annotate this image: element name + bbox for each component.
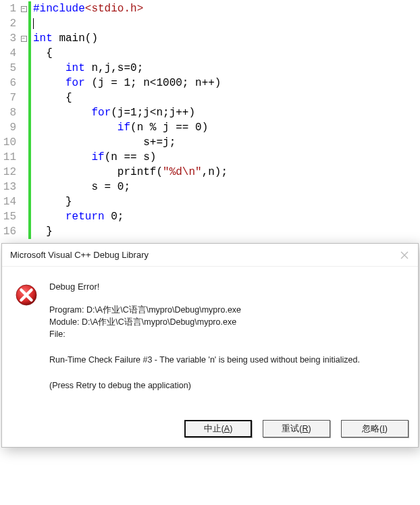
code-text[interactable]: if(n % j == 0) bbox=[32, 120, 208, 135]
code-text[interactable]: } bbox=[32, 194, 72, 209]
change-marker bbox=[28, 224, 31, 239]
code-line[interactable]: 6 for (j = 1; n<1000; n++) bbox=[0, 76, 420, 90]
line-number: 15 bbox=[0, 209, 19, 224]
code-line[interactable]: 14 } bbox=[0, 194, 420, 209]
change-marker bbox=[28, 61, 31, 76]
line-number: 1 bbox=[0, 1, 19, 16]
change-marker bbox=[28, 180, 31, 194]
fold-gutter: − bbox=[19, 36, 28, 42]
change-marker bbox=[28, 135, 31, 150]
code-line[interactable]: 1−#include<stdio.h> bbox=[0, 1, 420, 16]
line-number: 16 bbox=[0, 224, 19, 239]
line-number: 6 bbox=[0, 76, 19, 90]
code-text[interactable]: } bbox=[32, 224, 53, 239]
change-marker bbox=[28, 90, 31, 105]
code-text[interactable]: { bbox=[32, 46, 53, 61]
code-line[interactable]: 4 { bbox=[0, 46, 420, 61]
fold-collapse-icon[interactable]: − bbox=[21, 6, 27, 12]
code-line[interactable]: 2 bbox=[0, 16, 420, 31]
code-text[interactable]: s = 0; bbox=[32, 180, 130, 194]
code-editor[interactable]: 1−#include<stdio.h>23−int main()4 {5 int… bbox=[0, 0, 420, 239]
line-number: 7 bbox=[0, 90, 19, 105]
line-number: 11 bbox=[0, 150, 19, 165]
line-number: 9 bbox=[0, 120, 19, 135]
code-line[interactable]: 3−int main() bbox=[0, 31, 420, 46]
code-line[interactable]: 9 if(n % j == 0) bbox=[0, 120, 420, 135]
code-line[interactable]: 13 s = 0; bbox=[0, 180, 420, 194]
code-text[interactable]: for(j=1;j<n;j++) bbox=[32, 105, 195, 120]
line-number: 8 bbox=[0, 105, 19, 120]
code-line[interactable]: 11 if(n == s) bbox=[0, 150, 420, 165]
code-text[interactable]: s+=j; bbox=[32, 135, 176, 150]
change-marker bbox=[28, 31, 31, 46]
line-number: 13 bbox=[0, 180, 19, 194]
fold-collapse-icon[interactable]: − bbox=[21, 36, 27, 42]
code-text[interactable]: return 0; bbox=[32, 209, 124, 224]
code-text[interactable]: int main() bbox=[32, 31, 98, 46]
text-cursor bbox=[33, 18, 34, 29]
code-text[interactable] bbox=[32, 16, 34, 31]
change-marker bbox=[28, 46, 31, 61]
change-marker bbox=[28, 120, 31, 135]
code-text[interactable]: for (j = 1; n<1000; n++) bbox=[32, 76, 221, 90]
line-number: 5 bbox=[0, 61, 19, 76]
change-marker bbox=[28, 194, 31, 209]
line-number: 14 bbox=[0, 194, 19, 209]
line-number: 3 bbox=[0, 31, 19, 46]
code-line[interactable]: 5 int n,j,s=0; bbox=[0, 61, 420, 76]
line-number: 4 bbox=[0, 46, 19, 61]
line-number: 2 bbox=[0, 16, 19, 31]
code-line[interactable]: 16 } bbox=[0, 224, 420, 239]
line-number: 10 bbox=[0, 135, 19, 150]
code-text[interactable]: printf("%d\n",n); bbox=[32, 165, 228, 180]
change-marker bbox=[28, 209, 31, 224]
code-text[interactable]: int n,j,s=0; bbox=[32, 61, 143, 76]
code-line[interactable]: 15 return 0; bbox=[0, 209, 420, 224]
change-marker bbox=[28, 16, 31, 31]
fold-gutter: − bbox=[19, 6, 28, 12]
code-line[interactable]: 8 for(j=1;j<n;j++) bbox=[0, 105, 420, 120]
change-marker bbox=[28, 165, 31, 180]
change-marker bbox=[28, 105, 31, 120]
code-line[interactable]: 12 printf("%d\n",n); bbox=[0, 165, 420, 180]
line-number: 12 bbox=[0, 165, 19, 180]
change-marker bbox=[28, 76, 31, 90]
code-text[interactable]: #include<stdio.h> bbox=[32, 1, 143, 16]
change-marker bbox=[28, 1, 31, 16]
change-marker bbox=[28, 150, 31, 165]
code-line[interactable]: 10 s+=j; bbox=[0, 135, 420, 150]
code-text[interactable]: { bbox=[32, 90, 72, 105]
code-line[interactable]: 7 { bbox=[0, 90, 420, 105]
code-text[interactable]: if(n == s) bbox=[32, 150, 156, 165]
